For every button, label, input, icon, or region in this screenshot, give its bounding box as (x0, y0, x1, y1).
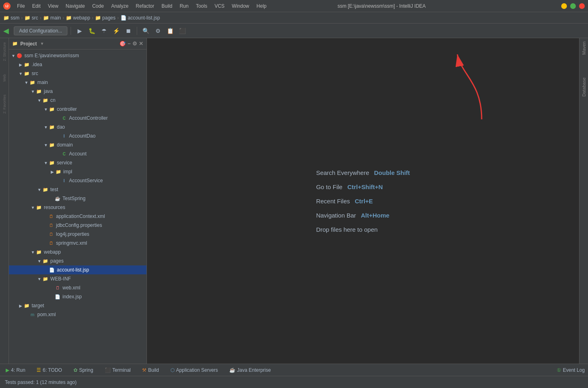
tree-item-cn[interactable]: ▼ 📁 cn (9, 96, 146, 105)
layout-button[interactable]: ⬛ (177, 26, 187, 36)
tree-item-webxml[interactable]: 🗒 web.xml (9, 283, 146, 292)
menu-code[interactable]: Code (89, 2, 107, 10)
tree-item-springmvc[interactable]: 🗒 springmvc.xml (9, 239, 146, 248)
menu-window[interactable]: Window (228, 2, 252, 10)
menu-refactor[interactable]: Refactor (133, 2, 157, 10)
menu-build[interactable]: Build (158, 2, 176, 10)
javaent-tab[interactable]: ☕ Java Enterprise (227, 366, 273, 374)
tree-item-log4j[interactable]: 🗒 log4j.properties (9, 230, 146, 239)
tree-item-java[interactable]: ▼ 📁 java (9, 87, 146, 96)
menu-tools[interactable]: Tools (193, 2, 211, 10)
tree-item-pages[interactable]: ▼ 📁 pages (9, 257, 146, 265)
run-button[interactable]: ▶ (74, 26, 85, 36)
tree-item-service[interactable]: ▼ 📁 service (9, 158, 146, 167)
tree-item-main[interactable]: ▼ 📁 main (9, 78, 146, 87)
tree-label-indexjsp: index.jsp (62, 294, 82, 300)
tree-item-ssm[interactable]: ▼ 🔴 ssm E:\java\newssm\ssm (9, 51, 146, 60)
panel-settings-icon[interactable]: ⚙ (132, 41, 137, 47)
breadcrumb-ssm[interactable]: ssm (11, 15, 19, 21)
panel-collapse-icon[interactable]: − (127, 41, 131, 47)
run-tab[interactable]: ▶ 4: Run (3, 366, 28, 374)
menu-view[interactable]: View (45, 2, 62, 10)
breadcrumb-main[interactable]: main (50, 15, 61, 21)
database-panel-label[interactable]: Database (582, 74, 586, 100)
tree-item-impl[interactable]: ▶ 📁 impl (9, 167, 146, 176)
tree-item-webapp[interactable]: ▼ 📁 webapp (9, 248, 146, 257)
build-tab[interactable]: ⚒ Build (140, 366, 162, 374)
appserver-tab[interactable]: ⬡ Application Servers (168, 366, 220, 374)
debug-button[interactable]: 🐛 (86, 26, 97, 36)
editor-area[interactable]: Search Everywhere Double Shift Go to Fil… (147, 38, 579, 364)
profile-button[interactable]: ⚡ (111, 26, 121, 36)
maven-panel-label[interactable]: Maven (582, 38, 586, 58)
tree-item-account-list[interactable]: 📄 account-list.jsp (9, 265, 146, 274)
breadcrumb-webapp[interactable]: webapp (73, 15, 90, 21)
terminal-tab-label: Terminal (112, 367, 131, 373)
tree-item-src[interactable]: ▼ 📁 src (9, 69, 146, 78)
window-controls[interactable] (561, 3, 585, 9)
tree-item-domain[interactable]: ▼ 📁 domain (9, 140, 146, 149)
search-button[interactable]: 🔍 (140, 26, 151, 36)
tree-item-dao[interactable]: ▼ 📁 dao (9, 123, 146, 131)
breadcrumb-pages[interactable]: pages (102, 15, 116, 21)
todo-tab[interactable]: ☰ 6: TODO (34, 366, 65, 374)
tree-label-account: Account (69, 151, 86, 157)
menu-run[interactable]: Run (177, 2, 192, 10)
panel-locate-icon[interactable]: 🎯 (119, 41, 126, 47)
minimize-button[interactable] (561, 3, 567, 9)
tree-item-accountdao[interactable]: I AccountDao (9, 131, 146, 140)
breadcrumb-file[interactable]: account-list.jsp (128, 15, 160, 21)
tree-arrow-domain: ▼ (43, 142, 49, 148)
favorites-tab[interactable]: 2: Favorites (1, 92, 8, 116)
maximize-button[interactable] (570, 3, 576, 9)
tree-label-testspring: TestSpring (62, 196, 86, 201)
web-tab[interactable]: Web (1, 72, 8, 84)
tree-item-accountservice[interactable]: I AccountService (9, 176, 146, 185)
menu-edit[interactable]: Edit (29, 2, 44, 10)
tree-item-accountcontroller[interactable]: C AccountController (9, 114, 146, 123)
tree-item-resources[interactable]: ▼ 📁 resources (9, 203, 146, 212)
welcome-navbar-label: Navigation Bar (316, 212, 356, 219)
menu-analyze[interactable]: Analyze (108, 2, 132, 10)
app-logo: IJ (3, 2, 11, 10)
tree-label-resources: resources (44, 205, 65, 210)
structure-tab[interactable]: 2: Structure (1, 40, 8, 64)
close-button[interactable] (579, 3, 585, 9)
tree-item-test[interactable]: ▼ 📁 test (9, 185, 146, 194)
add-configuration-button[interactable]: Add Configuration... (14, 26, 67, 35)
tree-item-appcontext[interactable]: 🗒 applicationContext.xml (9, 212, 146, 221)
file-tree[interactable]: ▼ 🔴 ssm E:\java\newssm\ssm ▶ 📁 .idea ▼ 📁… (9, 50, 146, 364)
tree-item-jdbcconfig[interactable]: 🗒 jdbcConfig.properties (9, 221, 146, 230)
coverage-button[interactable]: ☂ (99, 26, 109, 36)
spring-tab[interactable]: ✿ Spring (71, 366, 96, 374)
tree-label-webapp: webapp (44, 249, 61, 255)
bottom-tabs-bar: ▶ 4: Run ☰ 6: TODO ✿ Spring ⬛ Terminal ⚒… (0, 364, 588, 376)
tree-item-account[interactable]: C Account (9, 149, 146, 158)
tree-item-target[interactable]: ▶ 📁 target (9, 301, 146, 310)
panel-dropdown-icon[interactable]: ▼ (40, 41, 44, 46)
menu-bar[interactable]: File Edit View Navigate Code Analyze Ref… (14, 2, 270, 10)
tree-label-appcontext: applicationContext.xml (56, 213, 105, 219)
stop-button[interactable]: ⏹ (123, 26, 134, 36)
panel-close-icon[interactable]: ✕ (139, 41, 143, 47)
todo-tab-label: 6: TODO (43, 367, 62, 373)
tree-item-indexjsp[interactable]: 📄 index.jsp (9, 292, 146, 301)
tree-arrow-target: ▶ (18, 303, 24, 308)
menu-file[interactable]: File (14, 2, 28, 10)
terminal-tab[interactable]: ⬛ Terminal (102, 366, 133, 374)
breadcrumb-src[interactable]: src (32, 15, 38, 21)
tree-label-log4j: log4j.properties (56, 231, 89, 237)
tree-item-testspring[interactable]: ☕ TestSpring (9, 194, 146, 203)
settings-button[interactable]: ⚙ (153, 26, 163, 36)
service-folder-icon: 📁 (49, 160, 55, 166)
tree-item-idea[interactable]: ▶ 📁 .idea (9, 60, 146, 69)
tree-item-pom[interactable]: m pom.xml (9, 310, 146, 319)
menu-help[interactable]: Help (253, 2, 270, 10)
tree-item-controller[interactable]: ▼ 📁 controller (9, 105, 146, 114)
eventlog-area[interactable]: ① Event Log (557, 367, 585, 373)
menu-navigate[interactable]: Navigate (62, 2, 88, 10)
welcome-search-label: Search Everywhere (316, 169, 369, 176)
tree-item-webinf[interactable]: ▼ 📁 WEB-INF (9, 274, 146, 283)
menu-vcs[interactable]: VCS (211, 2, 228, 10)
sdk-button[interactable]: 📋 (165, 26, 175, 36)
